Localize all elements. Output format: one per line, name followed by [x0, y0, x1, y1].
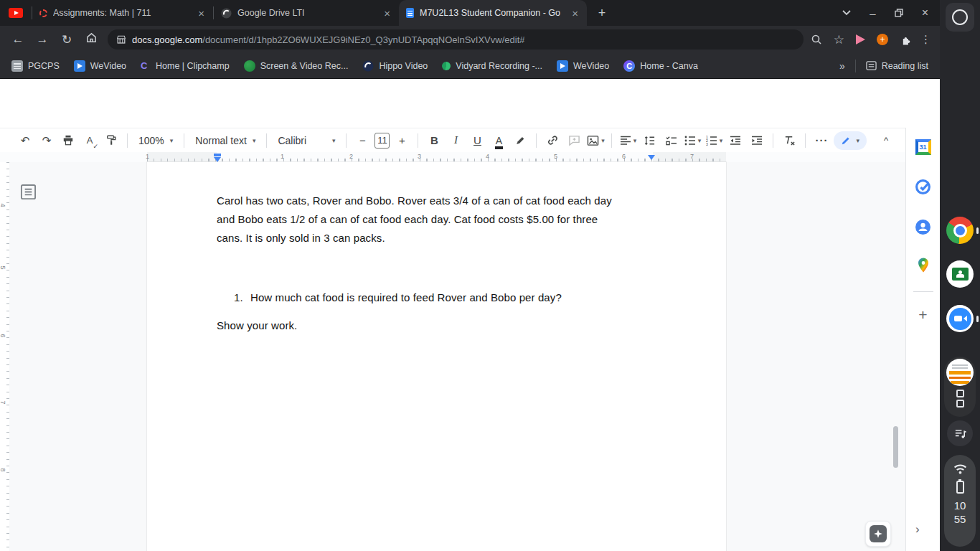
undo-button[interactable]: ↶ [16, 131, 34, 150]
paragraph-style-select[interactable]: Normal text▾ [191, 135, 260, 146]
add-comment-button[interactable] [565, 131, 583, 150]
font-select[interactable]: Calibri▾ [273, 135, 339, 146]
tab-close-icon[interactable]: × [197, 7, 206, 19]
screen-recorder-icon [244, 60, 255, 72]
left-indent-marker[interactable] [214, 157, 221, 162]
list-number: 1. [234, 291, 243, 303]
media-controls-button[interactable] [947, 420, 973, 446]
numbered-list-button[interactable]: 123▾ [705, 131, 723, 150]
editing-mode-button[interactable]: ▾ [834, 131, 867, 150]
bookmark-star-icon[interactable]: ☆ [834, 32, 844, 47]
highlight-color-button[interactable] [511, 131, 529, 150]
clear-formatting-button[interactable] [780, 131, 798, 150]
chevron-down-icon: ▾ [332, 137, 336, 144]
horizontal-ruler[interactable]: 1 1 2 3 4 5 6 7 [0, 152, 905, 162]
tasks-panel-button[interactable] [915, 179, 931, 195]
minimize-button[interactable]: – [870, 7, 875, 19]
expand-side-panel-chevron[interactable]: › [915, 522, 920, 537]
pgcps-icon [11, 60, 23, 72]
launcher-button[interactable] [946, 3, 974, 32]
tab-student-companion-active[interactable]: M7U2L13 Student Companion - Go × [399, 0, 587, 26]
site-info-icon[interactable] [116, 34, 126, 44]
first-line-indent-marker[interactable] [214, 154, 221, 156]
decrease-font-size-button[interactable]: − [353, 131, 372, 150]
insert-link-button[interactable] [543, 131, 562, 150]
redo-button[interactable]: ↷ [37, 131, 56, 150]
line-spacing-button[interactable] [640, 131, 659, 150]
bookmark-vidyard[interactable]: Vidyard Recording -... [442, 61, 542, 71]
underline-button[interactable]: U [468, 131, 486, 150]
bookmark-hippo-video[interactable]: Hippo Video [362, 60, 428, 72]
increase-indent-button[interactable] [748, 131, 766, 150]
new-tab-button[interactable]: + [593, 4, 611, 22]
extensions-puzzle-icon[interactable] [900, 34, 910, 45]
paragraph-line: Carol has two cats, Rover and Bobo. Rove… [217, 194, 612, 207]
get-addons-button[interactable]: + [918, 306, 927, 324]
font-size-input[interactable]: 11 [374, 133, 390, 149]
right-indent-marker[interactable] [648, 155, 655, 160]
wifi-icon [953, 463, 967, 474]
reload-button[interactable]: ↻ [55, 32, 79, 47]
bookmarks-overflow-chevron[interactable]: » [839, 60, 845, 72]
tab-title: Assignments: Math | 711 [53, 8, 191, 18]
document-outline-button[interactable] [20, 184, 37, 203]
status-tray[interactable]: 10 55 [944, 455, 976, 547]
bookmark-label: Screen & Video Rec... [260, 61, 349, 71]
forward-button[interactable]: → [30, 32, 55, 47]
vertical-scrollbar-thumb[interactable] [893, 426, 898, 468]
tab-close-icon[interactable]: × [382, 7, 392, 19]
svg-text:3: 3 [706, 142, 708, 146]
bookmark-wevideo[interactable]: WeVideo [74, 60, 126, 72]
spellcheck-button[interactable]: A✓ [80, 131, 99, 150]
align-button[interactable]: ▾ [618, 131, 637, 150]
contacts-panel-button[interactable] [915, 219, 931, 235]
numbered-list-icon: 123 [706, 136, 717, 146]
chrome-app-icon[interactable] [946, 217, 974, 244]
bold-button[interactable]: B [425, 131, 443, 150]
browser-menu-kebab-icon[interactable]: ⋮ [920, 33, 931, 46]
zoom-app-icon[interactable] [946, 305, 974, 332]
bulleted-list-button[interactable]: ▾ [683, 131, 702, 150]
bookmark-screen-video-rec[interactable]: Screen & Video Rec... [244, 60, 349, 72]
text-color-button[interactable]: A [489, 131, 508, 150]
zoom-value: 100% [138, 135, 164, 146]
maps-panel-button[interactable] [918, 258, 929, 273]
decrease-indent-button[interactable] [726, 131, 745, 150]
bookmark-label: Home - Canva [640, 61, 698, 71]
insert-image-button[interactable]: ▾ [586, 131, 605, 150]
address-bar[interactable]: docs.google.com/document/d/1hpb2ZO6WUXEJ… [108, 29, 804, 50]
tab-drive-lti[interactable]: Google Drive LTI × [214, 0, 399, 26]
bookmark-wevideo-2[interactable]: WeVideo [557, 60, 609, 72]
home-button[interactable] [79, 32, 103, 47]
calendar-panel-button[interactable]: 31 [915, 139, 931, 155]
bookmark-clipchamp[interactable]: CHome | Clipchamp [141, 60, 230, 71]
tab-close-icon[interactable]: × [570, 7, 580, 19]
holding-space-tote[interactable] [944, 357, 976, 417]
search-icon[interactable] [811, 34, 822, 45]
chevron-down-icon: ▾ [170, 137, 174, 144]
tab-search-chevron-icon[interactable] [842, 10, 851, 16]
paint-format-button[interactable] [102, 131, 121, 150]
vertical-ruler[interactable]: 4 5 6 7 8 [0, 162, 9, 551]
classroom-app-icon[interactable] [946, 260, 974, 288]
increase-font-size-button[interactable]: + [392, 131, 411, 150]
pinned-tab-youtube[interactable] [0, 8, 32, 18]
document-page[interactable]: Carol has two cats, Rover and Bobo. Rove… [147, 162, 726, 551]
italic-button[interactable]: I [446, 131, 465, 150]
print-button[interactable] [59, 131, 77, 150]
extension-orange-plus-icon[interactable]: + [877, 34, 888, 45]
screencastify-extension-icon[interactable] [856, 34, 865, 44]
outline-icon [20, 184, 37, 200]
close-window-button[interactable]: × [922, 6, 928, 19]
zoom-select[interactable]: 100%▾ [134, 135, 177, 146]
bookmark-canva[interactable]: CHome - Canva [623, 60, 698, 72]
reading-list-button[interactable]: Reading list [866, 60, 928, 71]
more-options-button[interactable]: ··· [812, 131, 831, 150]
tab-assignments[interactable]: Assignments: Math | 711 × [32, 0, 213, 26]
bookmark-pgcps[interactable]: PGCPS [11, 60, 60, 72]
collapse-toolbar-button[interactable]: ^ [877, 131, 895, 150]
restore-window-button[interactable] [895, 9, 903, 17]
explore-button[interactable] [865, 521, 891, 547]
checklist-button[interactable] [661, 131, 680, 150]
back-button[interactable]: ← [6, 32, 30, 47]
